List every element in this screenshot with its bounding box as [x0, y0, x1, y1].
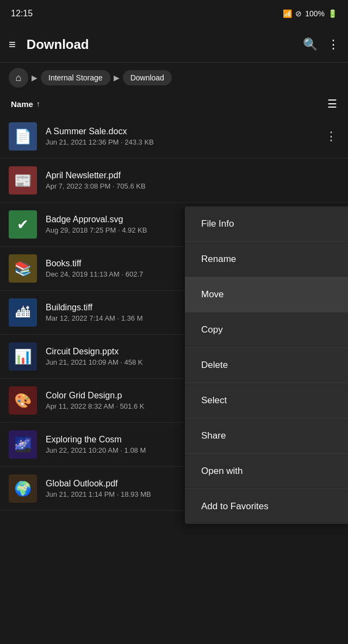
context-menu-item-move[interactable]: Move	[185, 277, 348, 312]
sort-label[interactable]: Name ↑	[11, 99, 40, 109]
context-menu-item-select[interactable]: Select	[185, 383, 348, 418]
file-meta: Jun 21, 2021 12:36 PM · 243.3 KB	[46, 138, 176, 146]
file-thumbnail: 🌌	[9, 430, 37, 459]
context-menu-item-copy[interactable]: Copy	[185, 312, 348, 348]
file-thumbnail: 🏙	[9, 298, 37, 327]
file-name: A Summer Sale.docx	[46, 127, 176, 136]
view-toggle-icon[interactable]: ☰	[327, 97, 337, 110]
file-name: Circuit Design.pptx	[46, 347, 176, 357]
file-info: A Summer Sale.docx Jun 21, 2021 12:36 PM…	[46, 127, 323, 146]
toolbar-actions: 🔍 ⋮	[303, 37, 339, 52]
status-time: 12:15	[11, 9, 33, 18]
context-menu-item-delete[interactable]: Delete	[185, 348, 348, 383]
alarm-icon: ⊘	[295, 9, 302, 18]
file-meta: Apr 11, 2022 8:32 AM · 501.6 K	[46, 402, 176, 410]
breadcrumb-download[interactable]: Download	[123, 70, 172, 85]
battery-icon: 🔋	[328, 9, 337, 18]
file-name: Color Grid Design.p	[46, 391, 176, 401]
breadcrumb-arrow-1: ▶	[32, 73, 38, 82]
context-menu-item-file-info[interactable]: File Info	[185, 207, 348, 242]
file-thumbnail: 📄	[9, 122, 37, 151]
file-meta: Jun 21, 2021 1:14 PM · 18.93 MB	[46, 490, 176, 498]
breadcrumb-internal-storage[interactable]: Internal Storage	[41, 70, 110, 85]
toolbar-title: Download	[27, 37, 303, 52]
battery-text: 100%	[305, 9, 325, 18]
context-menu-item-open-with[interactable]: Open with	[185, 454, 348, 489]
status-bar: 12:15 📶 ⊘ 100% 🔋	[0, 0, 348, 27]
file-name: Exploring the Cosm	[46, 435, 176, 445]
file-item[interactable]: 📰 April Newsletter.pdf Apr 7, 2022 3:08 …	[0, 159, 348, 203]
context-menu-item-share[interactable]: Share	[185, 418, 348, 454]
file-meta: Dec 24, 2019 11:13 AM · 602.7	[46, 270, 176, 278]
context-menu-item-rename[interactable]: Rename	[185, 242, 348, 277]
sort-bar: Name ↑ ☰	[0, 93, 348, 115]
status-icons: 📶 ⊘ 100% 🔋	[283, 9, 337, 18]
file-thumbnail: 🌍	[9, 474, 37, 503]
file-info: April Newsletter.pdf Apr 7, 2022 3:08 PM…	[46, 171, 339, 190]
file-meta: Aug 29, 2018 7:25 PM · 4.92 KB	[46, 226, 176, 234]
file-item[interactable]: 📄 A Summer Sale.docx Jun 21, 2021 12:36 …	[0, 115, 348, 159]
search-icon[interactable]: 🔍	[303, 37, 318, 52]
menu-icon[interactable]: ≡	[9, 37, 16, 52]
breadcrumb: ⌂ ▶ Internal Storage ▶ Download	[0, 62, 348, 93]
context-menu[interactable]: File InfoRenameMoveCopyDeleteSelectShare…	[185, 207, 348, 524]
file-name: April Newsletter.pdf	[46, 171, 176, 180]
file-thumbnail: 📰	[9, 166, 37, 195]
file-more-icon[interactable]: ⋮	[323, 127, 339, 146]
wifi-icon: 📶	[283, 9, 292, 18]
sort-arrow-icon: ↑	[36, 99, 40, 108]
file-thumbnail: 📊	[9, 342, 37, 371]
context-menu-item-add-to-favorites[interactable]: Add to Favorites	[185, 489, 348, 524]
file-thumbnail: ✔	[9, 210, 37, 239]
file-name: Badge Approval.svg	[46, 215, 176, 224]
file-thumbnail: 🎨	[9, 386, 37, 415]
file-meta: Jun 22, 2021 10:20 AM · 1.08 M	[46, 446, 176, 454]
sort-name-label: Name	[11, 99, 33, 109]
breadcrumb-home-button[interactable]: ⌂	[9, 68, 28, 87]
breadcrumb-arrow-2: ▶	[114, 73, 120, 82]
file-name: Global Outlook.pdf	[46, 479, 176, 489]
file-meta: Apr 7, 2022 3:08 PM · 705.6 KB	[46, 182, 176, 190]
file-thumbnail: 📚	[9, 254, 37, 283]
file-name: Books.tiff	[46, 259, 176, 268]
toolbar: ≡ Download 🔍 ⋮	[0, 27, 348, 62]
file-name: Buildings.tiff	[46, 303, 176, 312]
file-meta: Jun 21, 2021 10:09 AM · 458 K	[46, 358, 176, 366]
more-options-icon[interactable]: ⋮	[327, 37, 339, 52]
file-meta: Mar 12, 2022 7:14 AM · 1.36 M	[46, 314, 176, 322]
